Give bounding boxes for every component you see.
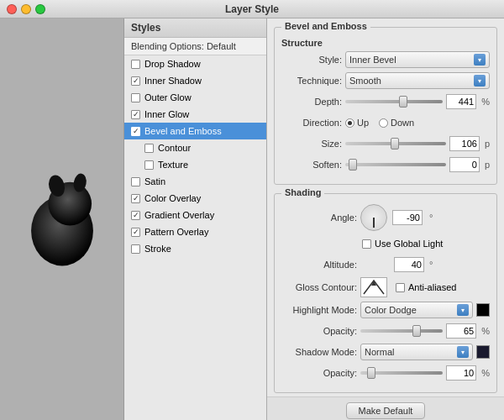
style-item-stroke[interactable]: Stroke [124, 240, 266, 257]
checkbox-texture[interactable] [144, 160, 154, 170]
technique-dropdown[interactable]: Smooth ▾ [345, 72, 490, 89]
global-light-check-container[interactable]: Use Global Light [362, 239, 443, 249]
depth-slider-thumb[interactable] [399, 96, 407, 108]
angle-unit: ° [429, 213, 433, 223]
highlight-mode-arrow: ▾ [457, 304, 469, 316]
checkbox-gradient-overlay[interactable] [131, 211, 140, 220]
shading-content: Angle: ° Use Global Light [275, 194, 496, 392]
style-item-texture[interactable]: Texture [124, 156, 266, 173]
highlight-mode-row: Highlight Mode: Color Dodge ▾ [281, 302, 490, 318]
window-controls[interactable] [7, 4, 45, 14]
title-bar: Layer Style [0, 0, 504, 18]
direction-down-label: Down [391, 118, 414, 128]
direction-up-radio[interactable] [345, 118, 354, 128]
checkbox-contour[interactable] [144, 144, 154, 153]
window-title: Layer Style [225, 3, 279, 15]
shadow-color-swatch[interactable] [476, 345, 490, 359]
label-satin: Satin [144, 176, 165, 186]
style-item-bevel-emboss[interactable]: Bevel and Emboss [124, 123, 266, 139]
style-row: Style: Inner Bevel ▾ [281, 51, 490, 68]
highlight-opacity-input[interactable] [446, 323, 476, 339]
style-dropdown-control[interactable]: Inner Bevel ▾ [345, 51, 490, 68]
highlight-color-swatch[interactable] [476, 303, 490, 317]
style-item-inner-glow[interactable]: Inner Glow [124, 106, 266, 123]
angle-input[interactable] [392, 210, 423, 225]
style-item-pattern-overlay[interactable]: Pattern Overlay [124, 223, 266, 240]
altitude-unit: ° [429, 260, 433, 270]
checkbox-drop-shadow[interactable] [131, 60, 140, 69]
global-light-checkbox[interactable] [362, 239, 371, 249]
contour-svg [362, 279, 386, 296]
altitude-label: Altitude: [281, 260, 357, 270]
soften-slider-track[interactable] [345, 163, 446, 166]
style-dropdown-arrow: ▾ [474, 54, 486, 66]
shadow-opacity-input[interactable] [446, 365, 476, 381]
anti-aliased-container[interactable]: Anti-aliased [396, 282, 456, 292]
angle-label: Angle: [281, 213, 357, 223]
blending-options[interactable]: Blending Options: Default [124, 38, 266, 55]
styles-list: Drop ShadowInner ShadowOuter GlowInner G… [124, 55, 266, 257]
highlight-mode-dropdown[interactable]: Color Dodge ▾ [360, 302, 473, 318]
checkbox-stroke[interactable] [131, 244, 140, 254]
style-dropdown[interactable]: Inner Bevel ▾ [345, 51, 490, 68]
label-color-overlay: Color Overlay [144, 193, 201, 203]
highlight-mode-value: Color Dodge [365, 305, 457, 315]
checkbox-pattern-overlay[interactable] [131, 228, 140, 237]
maximize-button[interactable] [35, 4, 45, 14]
style-item-color-overlay[interactable]: Color Overlay [124, 190, 266, 207]
style-item-gradient-overlay[interactable]: Gradient Overlay [124, 207, 266, 223]
checkbox-inner-glow[interactable] [131, 110, 140, 119]
make-default-button[interactable]: Make Default [346, 402, 426, 419]
shadow-mode-value: Normal [365, 347, 457, 357]
contour-preview[interactable] [360, 277, 387, 297]
checkbox-satin[interactable] [131, 177, 140, 186]
direction-row: Direction: Up Down [281, 114, 490, 131]
technique-dropdown-control[interactable]: Smooth ▾ [345, 72, 490, 89]
highlight-mode-label: Highlight Mode: [281, 305, 357, 315]
label-inner-shadow: Inner Shadow [144, 76, 202, 86]
direction-up-item[interactable]: Up [345, 118, 369, 128]
style-value: Inner Bevel [349, 55, 474, 65]
checkbox-color-overlay[interactable] [131, 194, 140, 203]
direction-down-radio[interactable] [379, 118, 388, 128]
highlight-opacity-row: Opacity: % [281, 323, 490, 339]
minimize-button[interactable] [21, 4, 31, 14]
soften-input[interactable] [449, 157, 480, 172]
label-inner-glow: Inner Glow [144, 109, 189, 119]
direction-down-item[interactable]: Down [379, 118, 414, 128]
label-drop-shadow: Drop Shadow [144, 59, 201, 69]
anti-aliased-checkbox[interactable] [396, 283, 405, 292]
size-input[interactable] [449, 136, 480, 151]
depth-input[interactable] [446, 94, 476, 109]
shadow-opacity-row: Opacity: % [281, 365, 490, 381]
highlight-opacity-thumb[interactable] [412, 325, 421, 337]
shadow-mode-dropdown[interactable]: Normal ▾ [360, 344, 473, 360]
close-button[interactable] [7, 4, 17, 14]
soften-slider-container: p [345, 157, 490, 172]
checkbox-outer-glow[interactable] [131, 93, 140, 102]
direction-radio-group: Up Down [345, 118, 490, 128]
shadow-opacity-track[interactable] [360, 371, 443, 375]
gloss-contour-row: Gloss Contour: Anti-aliased [281, 277, 490, 297]
angle-indicator [373, 218, 375, 228]
highlight-opacity-track[interactable] [360, 329, 443, 333]
style-item-contour[interactable]: Contour [124, 139, 266, 156]
depth-slider-track[interactable] [345, 100, 443, 103]
technique-value: Smooth [349, 76, 474, 86]
style-item-drop-shadow[interactable]: Drop Shadow [124, 55, 266, 72]
style-item-inner-shadow[interactable]: Inner Shadow [124, 72, 266, 89]
highlight-opacity-unit: % [481, 326, 490, 336]
soften-slider-thumb[interactable] [349, 159, 357, 171]
style-item-outer-glow[interactable]: Outer Glow [124, 89, 266, 106]
shadow-opacity-thumb[interactable] [367, 367, 375, 379]
size-slider-track[interactable] [345, 142, 446, 145]
settings-panel: Bevel and Emboss Structure Style: Inner … [267, 18, 504, 420]
checkbox-inner-shadow[interactable] [131, 76, 140, 86]
size-slider-thumb[interactable] [391, 138, 399, 150]
angle-row: Angle: ° [281, 204, 490, 231]
checkbox-bevel-emboss[interactable] [131, 127, 140, 136]
altitude-input[interactable] [394, 257, 424, 272]
style-item-satin[interactable]: Satin [124, 173, 266, 190]
altitude-control: ° [360, 257, 490, 272]
angle-widget[interactable] [360, 204, 387, 231]
